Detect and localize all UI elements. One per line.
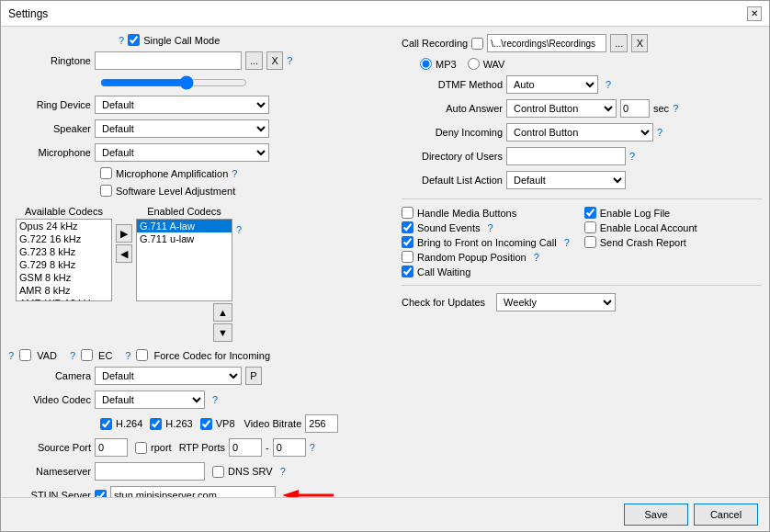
- source-port-input[interactable]: [95, 438, 128, 457]
- microphone-select[interactable]: Default: [95, 143, 269, 162]
- dtmf-select[interactable]: Auto: [506, 75, 598, 94]
- auto-answer-help[interactable]: ?: [673, 103, 678, 114]
- close-button[interactable]: ✕: [747, 6, 762, 21]
- ring-device-select[interactable]: Default: [95, 96, 269, 114]
- enable-local-checkbox[interactable]: [584, 221, 596, 233]
- enable-log-checkbox[interactable]: [584, 207, 596, 219]
- rport-checkbox[interactable]: [135, 442, 147, 454]
- single-call-label: Single Call Mode: [143, 35, 220, 46]
- ringtone-volume-slider[interactable]: [100, 75, 247, 90]
- dir-of-users-input[interactable]: [506, 147, 626, 165]
- nameserver-input[interactable]: [95, 462, 205, 481]
- random-popup-checkbox[interactable]: [402, 251, 413, 263]
- rtp-help[interactable]: ?: [310, 442, 315, 453]
- recordings-path-input[interactable]: [487, 34, 606, 52]
- deny-incoming-help[interactable]: ?: [657, 127, 662, 138]
- mic-amp-help[interactable]: ?: [232, 168, 237, 179]
- call-recording-checkbox[interactable]: [471, 38, 483, 50]
- codec-gsm[interactable]: GSM 8 kHz: [17, 271, 111, 284]
- video-codec-select[interactable]: Default: [95, 391, 205, 409]
- mic-amp-checkbox[interactable]: [100, 167, 112, 179]
- codec-move-right-btn[interactable]: ▶: [116, 224, 132, 243]
- camera-select[interactable]: Default: [95, 367, 242, 385]
- stun-server-input[interactable]: stun.minisipserver.com: [110, 486, 276, 497]
- ec-help[interactable]: ?: [70, 350, 75, 361]
- codec-g723[interactable]: G.723 8 kHz: [17, 245, 111, 258]
- rtp-port1-input[interactable]: [229, 438, 262, 457]
- codecs-section: Available Codecs Opus 24 kHz G.722 16 kH…: [16, 206, 394, 342]
- divider1: [402, 198, 762, 199]
- default-list-select[interactable]: Default: [506, 171, 626, 189]
- available-codecs-list[interactable]: Opus 24 kHz G.722 16 kHz G.723 8 kHz G.7…: [16, 219, 112, 301]
- bring-to-front-help[interactable]: ?: [564, 237, 570, 248]
- save-button[interactable]: Save: [624, 504, 688, 526]
- dns-srv-checkbox[interactable]: [212, 466, 224, 478]
- sw-level-checkbox[interactable]: [100, 185, 112, 197]
- codec-move-up-btn[interactable]: ▲: [213, 303, 232, 322]
- codec-g711u[interactable]: G.711 u-law: [137, 232, 232, 245]
- recordings-clear-btn[interactable]: X: [631, 34, 648, 52]
- force-codec-checkbox[interactable]: [136, 349, 148, 361]
- mic-amp-row: Microphone Amplification ?: [100, 167, 394, 179]
- enable-log-row: Enable Log File: [584, 207, 697, 219]
- bring-to-front-label: Bring to Front on Incoming Call: [417, 237, 557, 248]
- auto-answer-sec-input[interactable]: [620, 99, 650, 118]
- stun-server-checkbox[interactable]: [95, 490, 107, 498]
- single-call-checkbox[interactable]: [128, 34, 140, 46]
- sound-events-checkbox[interactable]: [402, 221, 413, 233]
- force-codec-label: Force Codec for Incoming: [153, 350, 270, 361]
- send-crash-checkbox[interactable]: [584, 236, 596, 248]
- handle-media-checkbox[interactable]: [402, 207, 413, 219]
- codec-move-down-btn[interactable]: ▼: [213, 323, 232, 342]
- camera-row: Camera Default P: [8, 367, 394, 385]
- check-updates-row: Check for Updates Weekly: [402, 293, 762, 311]
- dtmf-help[interactable]: ?: [606, 79, 611, 90]
- ringtone-clear-btn[interactable]: X: [266, 51, 283, 70]
- auto-answer-select[interactable]: Control Button: [506, 99, 617, 118]
- sound-events-label: Sound Events: [417, 222, 481, 233]
- recording-format-row: MP3 WAV: [420, 58, 762, 70]
- video-bitrate-input[interactable]: [305, 414, 338, 433]
- vp8-checkbox[interactable]: [200, 418, 212, 430]
- video-codec-help[interactable]: ?: [212, 394, 218, 405]
- codec-move-left-btn[interactable]: ◀: [116, 244, 132, 263]
- force-codec-help[interactable]: ?: [125, 350, 130, 361]
- codec-amrwb[interactable]: AMR-WB 16 kHz: [17, 297, 111, 301]
- mp3-radio[interactable]: [420, 58, 432, 70]
- ringtone-browse-btn[interactable]: ...: [245, 51, 263, 70]
- enable-local-row: Enable Local Account: [584, 221, 697, 233]
- codec-g722[interactable]: G.722 16 kHz: [17, 232, 111, 245]
- codecs-help[interactable]: ?: [236, 224, 242, 235]
- wav-radio[interactable]: [468, 58, 480, 70]
- codec-g711a[interactable]: G.711 A-law: [137, 220, 232, 232]
- random-popup-help[interactable]: ?: [534, 252, 539, 263]
- camera-p-btn[interactable]: P: [245, 367, 262, 385]
- vad-help[interactable]: ?: [8, 350, 14, 361]
- codec-g729[interactable]: G.729 8 kHz: [17, 258, 111, 271]
- h263-checkbox[interactable]: [150, 418, 162, 430]
- sound-events-help[interactable]: ?: [488, 222, 493, 233]
- random-popup-row: Random Popup Position ?: [402, 251, 570, 263]
- bring-to-front-checkbox[interactable]: [402, 236, 413, 248]
- single-call-help[interactable]: ?: [119, 35, 124, 46]
- settings-window: Settings ✕ ? Single Call Mode Ringtone .…: [0, 0, 770, 532]
- nameserver-help[interactable]: ?: [280, 466, 286, 477]
- enable-local-label: Enable Local Account: [600, 222, 697, 233]
- speaker-select[interactable]: Default: [95, 119, 269, 138]
- vad-checkbox[interactable]: [19, 349, 31, 361]
- codec-amr[interactable]: AMR 8 kHz: [17, 284, 111, 297]
- h264-checkbox[interactable]: [100, 418, 112, 430]
- ringtone-input[interactable]: [95, 51, 242, 70]
- enabled-codecs-list[interactable]: G.711 A-law G.711 u-law: [136, 219, 232, 301]
- rtp-port2-input[interactable]: [273, 438, 306, 457]
- ec-checkbox[interactable]: [81, 349, 93, 361]
- cancel-button[interactable]: Cancel: [694, 504, 758, 526]
- recordings-browse-btn[interactable]: ...: [610, 34, 628, 52]
- call-waiting-checkbox[interactable]: [402, 266, 413, 277]
- deny-incoming-select[interactable]: Control Button: [506, 123, 653, 141]
- ringtone-help[interactable]: ?: [287, 55, 292, 66]
- check-updates-select[interactable]: Weekly: [496, 293, 616, 311]
- dir-of-users-help[interactable]: ?: [629, 151, 635, 162]
- wav-label: WAV: [483, 59, 505, 70]
- codec-opus[interactable]: Opus 24 kHz: [17, 220, 111, 232]
